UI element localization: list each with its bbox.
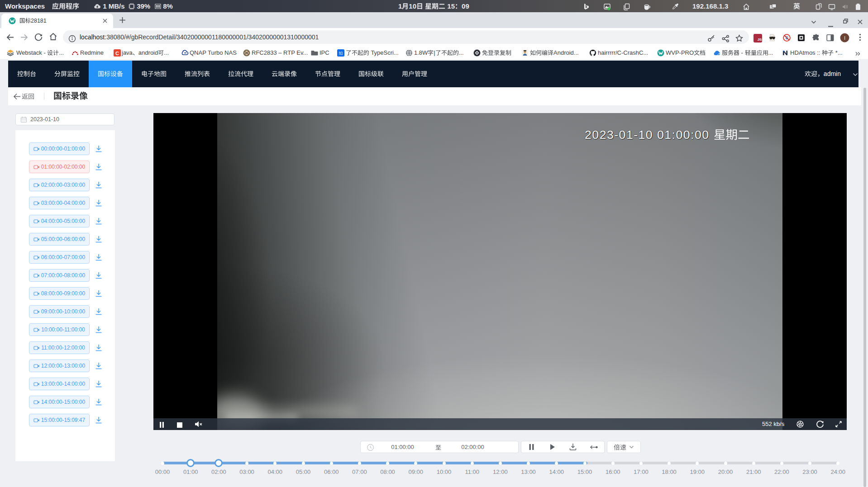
svg-text:JS: JS	[758, 38, 762, 42]
svg-text:I: I	[844, 35, 845, 41]
svg-text:C: C	[115, 51, 119, 56]
